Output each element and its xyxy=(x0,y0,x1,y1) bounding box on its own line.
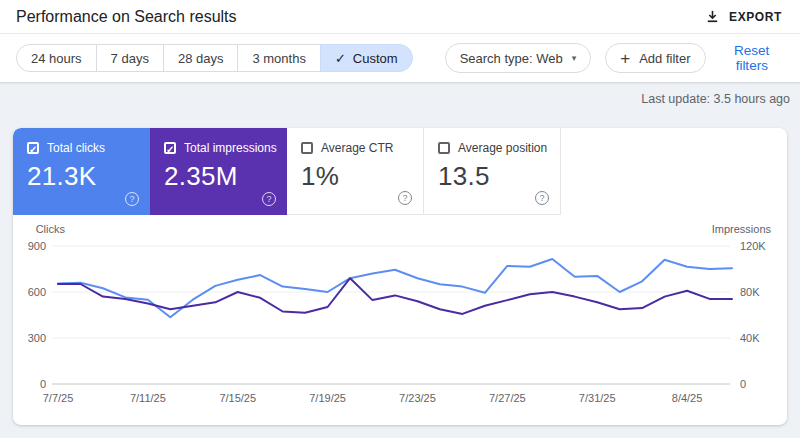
y-axis-tick-label: 0 xyxy=(740,378,746,390)
date-range-label: 3 months xyxy=(252,51,305,66)
x-axis-tick-label: 7/15/25 xyxy=(219,392,256,404)
performance-card: ✓ Total clicks 21.3K ? ✓ Total impressio… xyxy=(13,128,787,425)
check-icon: ✓ xyxy=(335,51,346,66)
metric-label: Total clicks xyxy=(47,141,105,155)
y-axis-tick-label: 80K xyxy=(740,286,760,298)
tile-average-position[interactable]: Average position 13.5 ? xyxy=(424,128,561,215)
date-range-group: 24 hours 7 days 28 days 3 months ✓ Custo… xyxy=(16,44,413,72)
y-axis-tick-label: 900 xyxy=(28,240,46,252)
help-icon[interactable]: ? xyxy=(398,191,412,205)
y-axis-tick-label: 300 xyxy=(28,332,46,344)
tile-total-clicks[interactable]: ✓ Total clicks 21.3K ? xyxy=(13,128,150,215)
y-axis-tick-label: 120K xyxy=(740,240,766,252)
checkbox-average-ctr[interactable] xyxy=(301,142,313,154)
page-title: Performance on Search results xyxy=(16,8,237,26)
metric-value: 13.5 xyxy=(438,161,548,192)
left-axis-title: Clicks xyxy=(36,223,66,235)
checkbox-average-position[interactable] xyxy=(438,142,450,154)
x-axis-tick-label: 7/23/25 xyxy=(399,392,436,404)
metric-tiles: ✓ Total clicks 21.3K ? ✓ Total impressio… xyxy=(13,128,787,215)
search-type-label: Search type: Web xyxy=(460,51,563,66)
metric-value: 21.3K xyxy=(27,161,138,192)
last-update-text: Last update: 3.5 hours ago xyxy=(0,82,800,108)
y-axis-tick-label: 40K xyxy=(740,332,760,344)
date-range-28-days[interactable]: 28 days xyxy=(163,44,239,72)
filter-bar: 24 hours 7 days 28 days 3 months ✓ Custo… xyxy=(0,34,800,82)
plus-icon: + xyxy=(620,50,630,67)
metric-value: 2.35M xyxy=(164,161,275,192)
export-label: EXPORT xyxy=(729,10,782,24)
y-axis-tick-label: 600 xyxy=(28,286,46,298)
chart-area: ClicksImpressions9006003000120K80K40K07/… xyxy=(13,215,787,425)
date-range-24-hours[interactable]: 24 hours xyxy=(16,44,97,72)
right-axis-title: Impressions xyxy=(712,223,772,235)
checkbox-total-impressions[interactable]: ✓ xyxy=(164,142,176,154)
search-type-dropdown[interactable]: Search type: Web ▾ xyxy=(445,43,592,73)
x-axis-tick-label: 7/19/25 xyxy=(309,392,346,404)
date-range-7-days[interactable]: 7 days xyxy=(96,44,164,72)
x-axis-tick-label: 7/27/25 xyxy=(489,392,526,404)
x-axis-tick-label: 8/4/25 xyxy=(672,392,703,404)
x-axis-tick-label: 7/7/25 xyxy=(43,392,74,404)
metric-value: 1% xyxy=(301,161,411,192)
download-icon xyxy=(705,9,720,24)
add-filter-label: Add filter xyxy=(639,51,690,66)
date-range-label: 24 hours xyxy=(31,51,82,66)
help-icon[interactable]: ? xyxy=(535,191,549,205)
app-bar: Performance on Search results EXPORT xyxy=(0,0,800,34)
date-range-3-months[interactable]: 3 months xyxy=(237,44,320,72)
metric-label: Total impressions xyxy=(184,141,277,155)
date-range-label: 28 days xyxy=(178,51,224,66)
metric-label: Average CTR xyxy=(321,141,393,155)
performance-chart: ClicksImpressions9006003000120K80K40K07/… xyxy=(13,215,787,425)
y-axis-tick-label: 0 xyxy=(40,378,46,390)
reset-filters-link[interactable]: Reset filters xyxy=(720,39,784,77)
chevron-down-icon: ▾ xyxy=(572,53,577,63)
tile-total-impressions[interactable]: ✓ Total impressions 2.35M ? xyxy=(150,128,287,215)
add-filter-button[interactable]: + Add filter xyxy=(605,43,705,73)
checkbox-total-clicks[interactable]: ✓ xyxy=(27,142,39,154)
export-button[interactable]: EXPORT xyxy=(699,5,788,28)
tile-average-ctr[interactable]: Average CTR 1% ? xyxy=(287,128,424,215)
help-icon[interactable]: ? xyxy=(125,192,139,206)
date-range-label: 7 days xyxy=(111,51,149,66)
x-axis-tick-label: 7/31/25 xyxy=(579,392,616,404)
date-range-label: Custom xyxy=(353,51,398,66)
date-range-custom[interactable]: ✓ Custom xyxy=(320,44,413,72)
metric-label: Average position xyxy=(458,141,547,155)
x-axis-tick-label: 7/11/25 xyxy=(130,392,166,404)
help-icon[interactable]: ? xyxy=(262,192,276,206)
